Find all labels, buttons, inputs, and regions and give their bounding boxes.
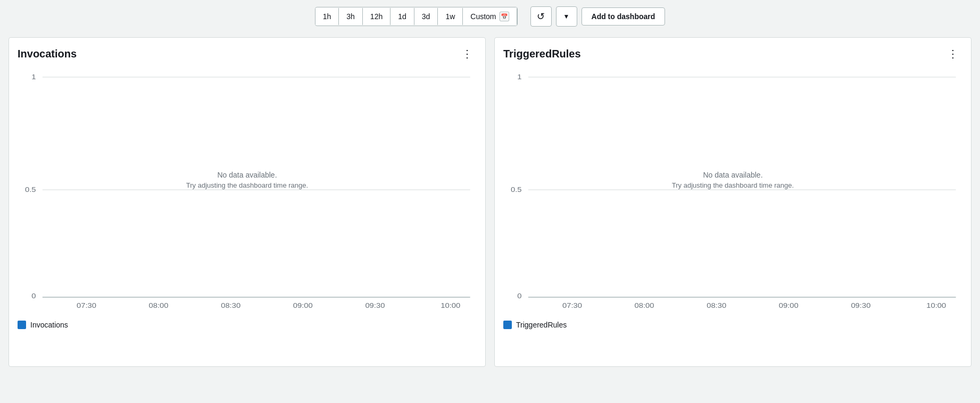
invocations-header: Invocations ⋮ bbox=[18, 46, 477, 61]
refresh-icon: ↻ bbox=[537, 11, 545, 22]
svg-text:1: 1 bbox=[31, 73, 36, 80]
svg-text:07:30: 07:30 bbox=[77, 302, 96, 309]
invocations-more-button[interactable]: ⋮ bbox=[458, 46, 477, 61]
invocations-no-data: No data available. Try adjusting the das… bbox=[186, 171, 308, 189]
custom-label: Custom bbox=[470, 12, 496, 21]
time-btn-1d[interactable]: 1d bbox=[391, 8, 414, 25]
triggered-rules-no-data-hint: Try adjusting the dashboard time range. bbox=[672, 181, 794, 189]
triggered-rules-title: TriggeredRules bbox=[503, 48, 581, 60]
refresh-button[interactable]: ↻ bbox=[530, 6, 552, 27]
svg-text:0: 0 bbox=[517, 292, 521, 299]
time-btn-1h[interactable]: 1h bbox=[315, 8, 339, 25]
svg-text:08:30: 08:30 bbox=[221, 302, 240, 309]
triggered-rules-legend: TriggeredRules bbox=[503, 321, 962, 329]
custom-btn[interactable]: Custom 📅 bbox=[463, 7, 517, 26]
svg-text:08:30: 08:30 bbox=[707, 302, 726, 309]
invocations-card: Invocations ⋮ 1 0.5 0 07:30 08:00 08:30 … bbox=[9, 37, 486, 367]
toolbar-actions: ↻ ▼ Add to dashboard bbox=[530, 6, 666, 27]
svg-text:09:30: 09:30 bbox=[365, 302, 385, 309]
svg-text:0.5: 0.5 bbox=[25, 186, 36, 193]
time-btn-3h[interactable]: 3h bbox=[339, 8, 363, 25]
triggered-rules-legend-color bbox=[503, 321, 512, 329]
invocations-no-data-text: No data available. bbox=[186, 171, 308, 179]
dropdown-button[interactable]: ▼ bbox=[556, 6, 577, 27]
svg-text:09:30: 09:30 bbox=[851, 302, 870, 309]
svg-text:08:00: 08:00 bbox=[149, 302, 169, 309]
triggered-rules-no-data: No data available. Try adjusting the das… bbox=[672, 171, 794, 189]
triggered-rules-legend-label: TriggeredRules bbox=[516, 321, 567, 329]
svg-text:10:00: 10:00 bbox=[441, 302, 460, 309]
invocations-no-data-hint: Try adjusting the dashboard time range. bbox=[186, 181, 308, 189]
triggered-rules-more-button[interactable]: ⋮ bbox=[943, 46, 962, 61]
svg-text:0.5: 0.5 bbox=[511, 186, 522, 193]
top-bar: 1h 3h 12h 1d 3d 1w Custom 📅 ↻ ▼ Add to d… bbox=[0, 0, 980, 33]
invocations-svg: 1 0.5 0 07:30 08:00 08:30 09:00 09:30 10… bbox=[18, 70, 477, 314]
svg-text:09:00: 09:00 bbox=[293, 302, 313, 309]
time-range-group: 1h 3h 12h 1d 3d 1w Custom 📅 bbox=[315, 7, 518, 26]
svg-text:07:30: 07:30 bbox=[562, 302, 582, 309]
invocations-title: Invocations bbox=[18, 48, 77, 60]
triggered-rules-no-data-text: No data available. bbox=[672, 171, 794, 179]
calendar-icon: 📅 bbox=[500, 12, 509, 21]
invocations-legend-color bbox=[18, 321, 26, 329]
invocations-legend-label: Invocations bbox=[30, 321, 68, 329]
triggered-rules-card: TriggeredRules ⋮ 1 0.5 0 07:30 08:00 08:… bbox=[494, 37, 971, 367]
svg-text:1: 1 bbox=[517, 73, 521, 80]
add-dashboard-button[interactable]: Add to dashboard bbox=[582, 7, 666, 26]
svg-text:10:00: 10:00 bbox=[926, 302, 946, 309]
triggered-rules-svg: 1 0.5 0 07:30 08:00 08:30 09:00 09:30 10… bbox=[503, 70, 962, 314]
time-btn-3d[interactable]: 3d bbox=[414, 8, 438, 25]
svg-text:0: 0 bbox=[31, 292, 36, 299]
triggered-rules-chart-area: 1 0.5 0 07:30 08:00 08:30 09:00 09:30 10… bbox=[503, 70, 962, 314]
dropdown-icon: ▼ bbox=[563, 13, 570, 20]
svg-text:09:00: 09:00 bbox=[779, 302, 799, 309]
charts-container: Invocations ⋮ 1 0.5 0 07:30 08:00 08:30 … bbox=[0, 33, 980, 375]
triggered-rules-header: TriggeredRules ⋮ bbox=[503, 46, 962, 61]
svg-text:08:00: 08:00 bbox=[635, 302, 654, 309]
time-btn-12h[interactable]: 12h bbox=[363, 8, 391, 25]
time-btn-1w[interactable]: 1w bbox=[438, 8, 463, 25]
invocations-legend: Invocations bbox=[18, 321, 477, 329]
invocations-chart-area: 1 0.5 0 07:30 08:00 08:30 09:00 09:30 10… bbox=[18, 70, 477, 314]
